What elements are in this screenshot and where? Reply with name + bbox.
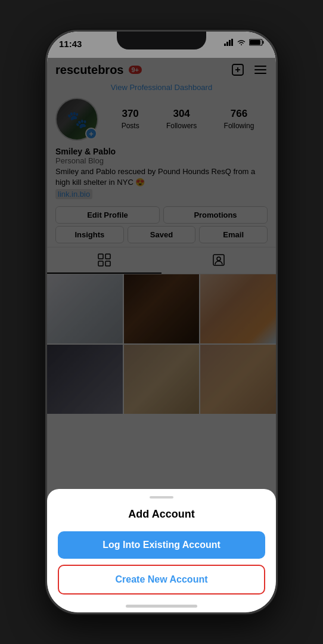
photo-cell-2[interactable]	[124, 274, 200, 343]
view-dashboard-link[interactable]: View Professional Dashboard	[47, 82, 276, 95]
followers-stat: 304 Followers	[166, 108, 197, 131]
grid-icon	[98, 253, 111, 267]
photo-6	[200, 345, 276, 414]
log-into-existing-button[interactable]: Log Into Existing Account	[58, 531, 265, 559]
power-button	[277, 182, 278, 234]
posts-stat: 370 Posts	[122, 108, 139, 131]
add-account-sheet: Add Account Log Into Existing Account Cr…	[47, 489, 276, 612]
following-stat: 766 Following	[224, 108, 254, 131]
mute-button	[45, 139, 46, 160]
svg-point-18	[217, 257, 220, 261]
photo-cell-4[interactable]	[47, 345, 123, 414]
signal-icon	[224, 39, 234, 46]
photo-3	[200, 274, 276, 343]
action-buttons-row2: Insights Saved Email	[47, 226, 276, 247]
photo-grid	[47, 274, 276, 414]
ig-username: rescutebros	[55, 63, 124, 77]
insights-button[interactable]: Insights	[55, 226, 124, 243]
action-buttons-row1: Edit Profile Promotions	[47, 204, 276, 226]
notification-badge: 9+	[129, 66, 142, 74]
avatar-wrapper: 🐾 +	[55, 98, 98, 141]
status-icons	[224, 39, 264, 46]
posts-count: 370	[122, 108, 139, 120]
add-story-button[interactable]: +	[85, 128, 97, 140]
username-row: rescutebros 9+	[55, 63, 142, 77]
profile-link[interactable]: link.in.bio	[55, 189, 92, 199]
nav-icons	[231, 63, 268, 77]
photo-2	[124, 274, 200, 343]
profile-row: 🐾 + 370 Posts 304 Followers 766 Followin…	[47, 95, 276, 145]
tagged-tab[interactable]	[162, 247, 276, 274]
followers-label: Followers	[166, 122, 197, 130]
photo-cell-5[interactable]	[124, 345, 200, 414]
posts-label: Posts	[122, 122, 139, 130]
svg-rect-5	[250, 40, 260, 45]
svg-rect-6	[263, 41, 264, 44]
svg-rect-15	[98, 261, 103, 266]
grid-tab[interactable]	[47, 247, 162, 274]
saved-button[interactable]: Saved	[128, 226, 196, 243]
home-indicator	[126, 605, 197, 608]
photo-cell-1[interactable]	[47, 274, 123, 343]
svg-rect-13	[98, 254, 103, 259]
status-time: 11:43	[59, 39, 82, 49]
photo-cell-3[interactable]	[200, 274, 276, 343]
person-tag-icon	[212, 253, 225, 267]
notch	[117, 32, 206, 49]
photo-1	[47, 274, 123, 343]
svg-rect-3	[231, 39, 233, 46]
add-post-icon[interactable]	[231, 63, 245, 77]
photo-4	[47, 345, 123, 414]
followers-count: 304	[166, 108, 197, 120]
photo-5	[124, 345, 200, 414]
svg-rect-14	[105, 254, 110, 259]
profile-bio: Smiley and Pablo rescued by Pound Hounds…	[55, 166, 268, 188]
sheet-handle	[150, 496, 173, 499]
volume-down-button	[45, 213, 46, 251]
content-tab-bar	[47, 247, 276, 274]
profile-category: Personal Blog	[55, 156, 268, 165]
phone-frame: 11:43	[45, 30, 278, 614]
svg-rect-0	[224, 44, 226, 46]
sheet-title: Add Account	[58, 508, 265, 521]
svg-rect-1	[226, 42, 228, 46]
following-count: 766	[224, 108, 254, 120]
photo-cell-6[interactable]	[200, 345, 276, 414]
following-label: Following	[224, 122, 254, 130]
wifi-icon	[237, 39, 246, 46]
edit-profile-button[interactable]: Edit Profile	[55, 206, 160, 224]
profile-info: Smiley & Pablo Personal Blog Smiley and …	[47, 145, 276, 204]
email-button[interactable]: Email	[199, 226, 268, 243]
promotions-button[interactable]: Promotions	[163, 206, 268, 224]
volume-up-button	[45, 168, 46, 206]
create-new-account-button[interactable]: Create New Account	[58, 565, 265, 595]
profile-name: Smiley & Pablo	[55, 147, 268, 156]
ig-navbar: rescutebros 9+	[47, 58, 276, 82]
svg-rect-16	[105, 261, 110, 266]
battery-icon	[249, 39, 264, 46]
phone-screen: 11:43	[47, 32, 276, 612]
svg-rect-2	[229, 40, 231, 46]
stats-row: 370 Posts 304 Followers 766 Following	[108, 108, 268, 131]
menu-icon[interactable]	[253, 63, 268, 77]
